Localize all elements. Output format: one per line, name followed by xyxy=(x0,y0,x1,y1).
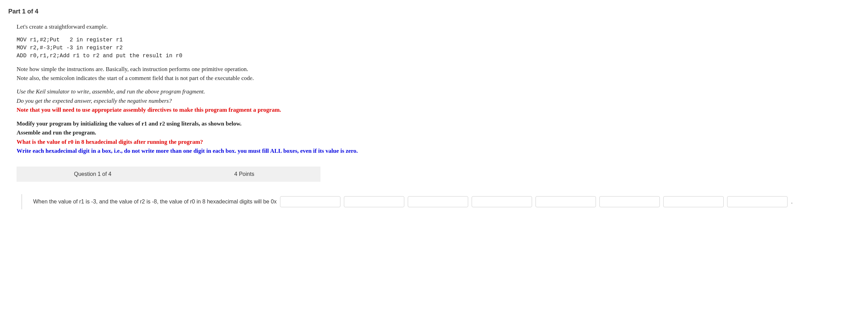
red-note: Note that you will need to use appropria… xyxy=(17,106,851,114)
answer-line: When the value of r1 is -3, and the valu… xyxy=(33,196,851,207)
note-line-1: Note how simple the instructions are. Ba… xyxy=(17,65,851,74)
question-header-bar: Question 1 of 4 4 Points xyxy=(17,167,320,182)
question-points-label: 4 Points xyxy=(168,170,320,178)
note-line-2: Note also, the semicolon indicates the s… xyxy=(17,74,851,83)
content-block: Let's create a straightforward example. … xyxy=(8,22,860,209)
hex-input-6[interactable] xyxy=(599,196,660,207)
question-number-label: Question 1 of 4 xyxy=(17,170,168,178)
code-block: MOV r1,#2;Put 2 in register r1 MOV r2,#-… xyxy=(17,36,851,60)
hex-input-5[interactable] xyxy=(536,196,596,207)
red-question: What is the value of r0 in 8 hexadecimal… xyxy=(17,138,851,147)
italic-line-2: Do you get the expected answer, especial… xyxy=(17,97,851,106)
simulator-block: Use the Keil simulator to write, assembl… xyxy=(17,87,851,114)
note-group: Note how simple the instructions are. Ba… xyxy=(17,65,851,82)
modify-block: Modify your program by initializing the … xyxy=(17,119,851,156)
hex-input-3[interactable] xyxy=(408,196,468,207)
hex-input-4[interactable] xyxy=(472,196,532,207)
intro-text: Let's create a straightforward example. xyxy=(17,22,851,31)
answer-area: When the value of r1 is -3, and the valu… xyxy=(21,194,851,209)
hex-input-8[interactable] xyxy=(727,196,788,207)
modify-line-2: Assemble and run the program. xyxy=(17,128,851,137)
trailing-period: . xyxy=(791,198,792,206)
hex-input-1[interactable] xyxy=(280,196,340,207)
blue-instruction: Write each hexadecimal digit in a box, i… xyxy=(17,147,851,156)
hex-input-7[interactable] xyxy=(663,196,724,207)
part-header: Part 1 of 4 xyxy=(8,7,860,16)
italic-line-1: Use the Keil simulator to write, assembl… xyxy=(17,87,851,96)
hex-input-2[interactable] xyxy=(344,196,404,207)
answer-prompt-text: When the value of r1 is -3, and the valu… xyxy=(33,198,277,206)
modify-line-1: Modify your program by initializing the … xyxy=(17,119,851,128)
